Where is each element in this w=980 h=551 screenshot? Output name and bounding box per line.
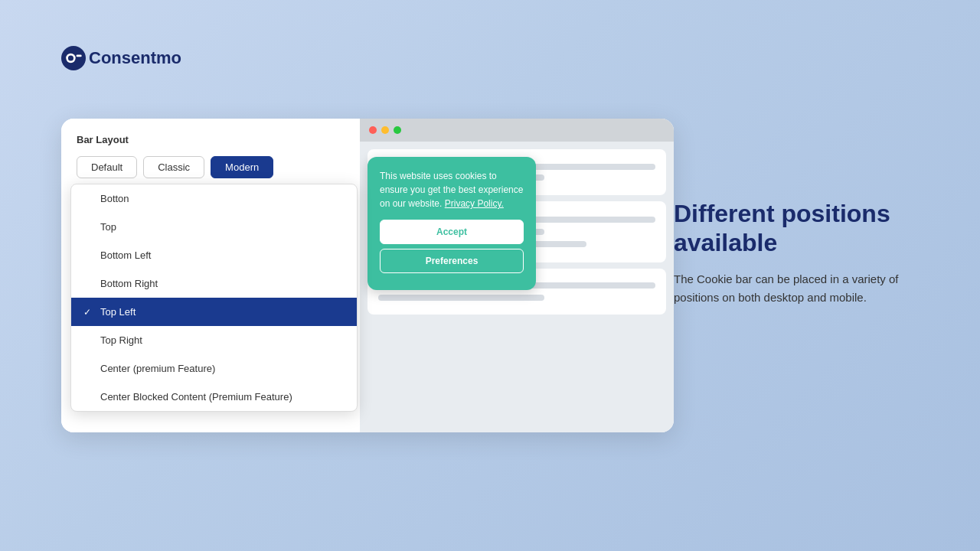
dropdown-item-top[interactable]: Top: [71, 213, 357, 241]
logo-icon: [61, 46, 86, 70]
dropdown-item-center[interactable]: Center (premium Feature): [71, 354, 357, 383]
bar-layout-label: Bar Layout: [77, 134, 345, 145]
right-panel: This website uses cookies to ensure you …: [360, 119, 674, 432]
dropdown-item-bottom-left[interactable]: Bottom Left: [71, 241, 357, 269]
browser-header: [360, 119, 674, 142]
logo: Consentmo: [61, 46, 181, 70]
browser-dot-red: [369, 126, 377, 134]
svg-point-2: [68, 55, 74, 60]
dropdown-arrow: [357, 302, 358, 323]
dropdown-item-center-blocked[interactable]: Center Blocked Content (Premium Feature): [71, 383, 357, 411]
cookie-popup: This website uses cookies to ensure you …: [368, 157, 536, 290]
btn-default[interactable]: Default: [77, 156, 137, 178]
dropdown-item-top-right[interactable]: Top Right: [71, 326, 357, 354]
line-7: [378, 295, 544, 301]
cookie-text: This website uses cookies to ensure you …: [380, 169, 524, 210]
left-panel: Bar Layout Default Classic Modern Botton…: [61, 119, 360, 432]
position-dropdown[interactable]: Botton Top Bottom Left Bottom Right ✓ To…: [70, 184, 358, 412]
btn-classic[interactable]: Classic: [143, 156, 204, 178]
logo-text: Consentmo: [89, 48, 181, 68]
browser-content: This website uses cookies to ensure you …: [360, 142, 674, 432]
check-top-left: ✓: [83, 307, 94, 318]
main-card: Bar Layout Default Classic Modern Botton…: [61, 119, 674, 432]
browser-dot-green: [394, 126, 401, 134]
right-heading: Different positions available: [674, 199, 919, 258]
right-text-area: Different positions available The Cookie…: [674, 199, 919, 307]
right-body: The Cookie bar can be placed in a variet…: [674, 270, 919, 307]
preferences-button[interactable]: Preferences: [380, 249, 524, 273]
dropdown-item-bottom-right[interactable]: Bottom Right: [71, 269, 357, 298]
svg-rect-3: [77, 55, 82, 57]
btn-modern[interactable]: Modern: [211, 156, 273, 178]
dropdown-item-top-left[interactable]: ✓ Top Left: [71, 298, 357, 326]
dropdown-item-botton[interactable]: Botton: [71, 184, 357, 213]
layout-button-group: Default Classic Modern: [77, 156, 345, 178]
accept-button[interactable]: Accept: [380, 220, 524, 244]
browser-dot-yellow: [381, 126, 389, 134]
privacy-policy-link[interactable]: Privacy Policy.: [445, 198, 504, 209]
